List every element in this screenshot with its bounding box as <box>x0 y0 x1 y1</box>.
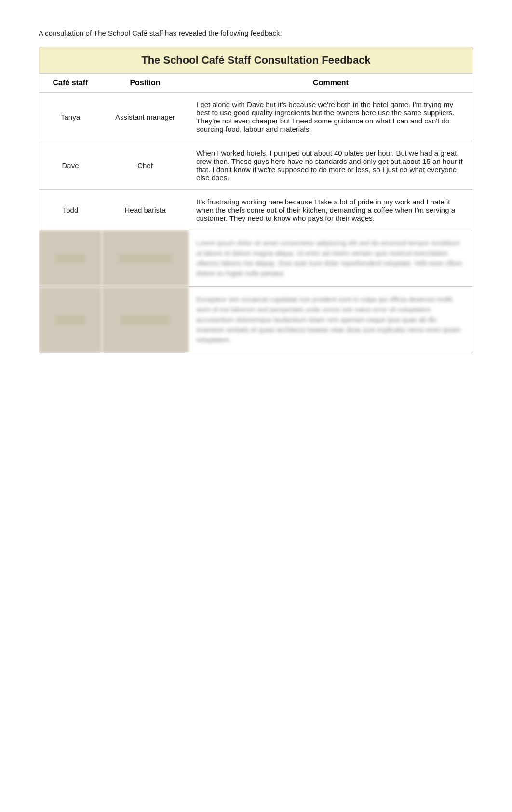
table-header-row: Café staff Position Comment <box>39 74 473 93</box>
header-position: Position <box>102 74 189 93</box>
cell-comment: It's frustrating working here because I … <box>189 190 473 230</box>
header-comment: Comment <box>189 74 473 93</box>
cell-comment: Excepteur sint occaecat cupidatat non pr… <box>189 287 473 353</box>
feedback-table: Café staff Position Comment TanyaAssista… <box>39 74 473 353</box>
table-title: The School Café Staff Consultation Feedb… <box>39 47 473 74</box>
cell-comment: When I worked hotels, I pumped out about… <box>189 141 473 190</box>
table-row: ToddHead baristaIt's frustrating working… <box>39 190 473 230</box>
cell-name: Tanya <box>39 93 102 141</box>
cell-position: Head barista <box>102 190 189 230</box>
cell-name: █████ <box>39 287 102 353</box>
cell-position: █████ <box>102 287 189 353</box>
cell-comment: I get along with Dave but it's because w… <box>189 93 473 141</box>
table-row: TanyaAssistant managerI get along with D… <box>39 93 473 141</box>
cell-name: Dave <box>39 141 102 190</box>
cell-name: ████ <box>39 230 102 287</box>
table-row: ██████████Excepteur sint occaecat cupida… <box>39 287 473 353</box>
feedback-table-wrapper: The School Café Staff Consultation Feedb… <box>39 47 473 353</box>
intro-text: A consultation of The School Café staff … <box>39 29 473 37</box>
cell-position: Assistant manager <box>102 93 189 141</box>
table-row: DaveChefWhen I worked hotels, I pumped o… <box>39 141 473 190</box>
header-staff: Café staff <box>39 74 102 93</box>
cell-comment: Lorem ipsum dolor sit amet consectetur a… <box>189 230 473 287</box>
cell-position: ████ ██████ <box>102 230 189 287</box>
cell-position: Chef <box>102 141 189 190</box>
cell-name: Todd <box>39 190 102 230</box>
table-row: ████████ ██████Lorem ipsum dolor sit ame… <box>39 230 473 287</box>
